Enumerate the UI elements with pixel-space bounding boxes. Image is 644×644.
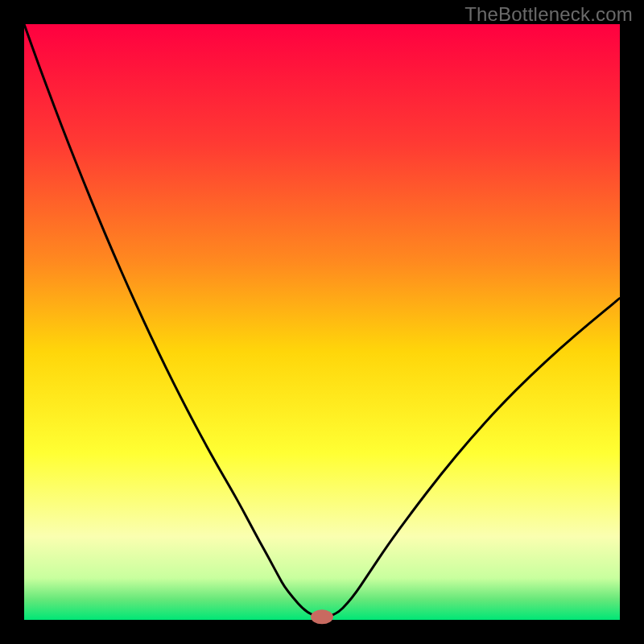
optimum-marker: [311, 609, 333, 624]
plot-background: [24, 24, 620, 620]
watermark-label: TheBottleneck.com: [464, 3, 633, 26]
bottleneck-chart: [0, 0, 644, 644]
chart-frame: TheBottleneck.com: [0, 0, 644, 644]
